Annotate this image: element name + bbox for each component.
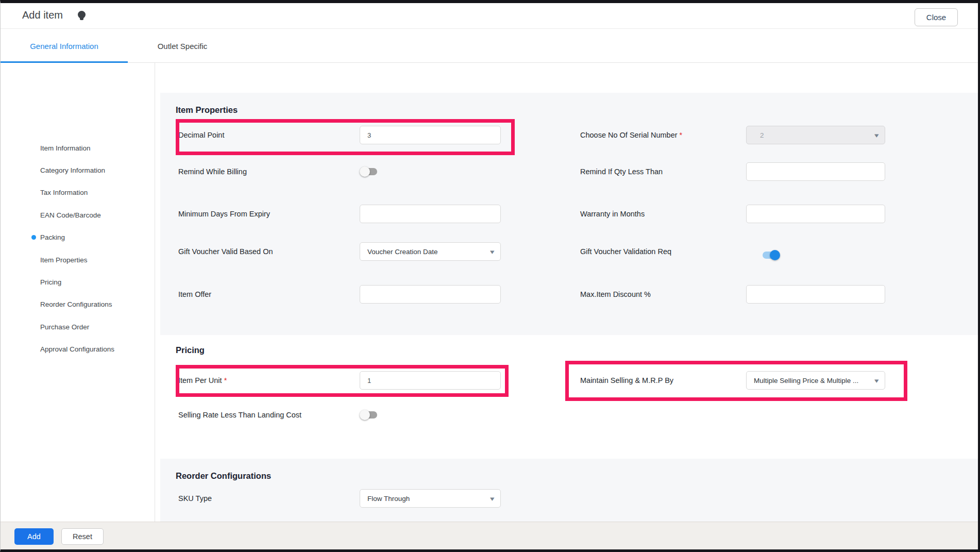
gift-voucher-validation-label: Gift Voucher Validation Req	[580, 247, 671, 256]
sidebar-item-pricing[interactable]: Pricing	[40, 277, 61, 288]
reorder-configurations-section	[160, 459, 978, 522]
reset-button[interactable]: Reset	[61, 528, 104, 545]
close-button[interactable]: Close	[915, 8, 958, 26]
tab-outlet-specific[interactable]: Outlet Specific	[128, 29, 237, 63]
decimal-point-input[interactable]	[360, 126, 501, 144]
window-header: Add item Close	[1, 3, 978, 29]
serial-number-label: Choose No Of Serial Number *	[580, 130, 682, 140]
remind-if-qty-label: Remind If Qty Less Than	[580, 167, 663, 176]
item-per-unit-label: Item Per Unit *	[178, 376, 227, 385]
pricing-heading: Pricing	[176, 345, 205, 355]
selling-rate-less-toggle[interactable]	[360, 410, 378, 420]
selling-rate-less-label: Selling Rate Less Than Landing Cost	[178, 410, 301, 420]
tab-bar: General Information Outlet Specific	[1, 29, 978, 63]
sidebar-item-ean-code-barcode[interactable]: EAN Code/Barcode	[40, 210, 101, 221]
chevron-down-icon: ▾	[874, 377, 878, 384]
chevron-down-icon: ▾	[874, 132, 878, 139]
sidebar-item-packing[interactable]: Packing	[40, 232, 65, 243]
item-properties-heading: Item Properties	[176, 105, 238, 115]
required-asterisk: *	[680, 131, 683, 139]
warranty-months-label: Warranty in Months	[580, 209, 645, 219]
sku-type-label: SKU Type	[178, 494, 212, 503]
toggle-knob	[360, 166, 370, 177]
gift-voucher-valid-select[interactable]: Voucher Creation Date ▾	[360, 242, 501, 261]
lightbulb-icon[interactable]	[78, 11, 86, 19]
item-per-unit-input[interactable]	[360, 371, 501, 390]
minimum-days-expiry-label: Minimum Days From Expiry	[178, 209, 270, 219]
maintain-selling-select[interactable]: Multiple Selling Price & Multiple ... ▾	[746, 371, 885, 390]
minimum-days-expiry-input[interactable]	[360, 205, 501, 223]
footer-action-bar: Add Reset	[1, 522, 978, 549]
toggle-knob	[770, 250, 780, 260]
chevron-down-icon: ▾	[490, 248, 494, 255]
sidebar-item-category-information[interactable]: Category Information	[40, 165, 105, 176]
sku-type-select[interactable]: Flow Through ▾	[360, 489, 501, 508]
warranty-months-input[interactable]	[746, 205, 885, 223]
sidebar-item-item-properties[interactable]: Item Properties	[40, 255, 88, 265]
reorder-configurations-heading: Reorder Configurations	[176, 471, 271, 481]
gift-voucher-valid-label: Gift Voucher Valid Based On	[178, 247, 273, 256]
remind-if-qty-input[interactable]	[746, 162, 885, 181]
item-offer-label: Item Offer	[178, 290, 211, 299]
remind-while-billing-label: Remind While Billing	[178, 167, 247, 176]
max-item-discount-input[interactable]	[746, 285, 885, 304]
required-asterisk: *	[224, 376, 227, 384]
decimal-point-label: Decimal Point	[178, 130, 224, 140]
item-offer-input[interactable]	[360, 285, 501, 304]
sidebar-item-item-information[interactable]: Item Information	[40, 143, 91, 154]
section-nav-sidebar: Item Information Category Information Ta…	[1, 63, 155, 522]
tab-general-information[interactable]: General Information	[1, 29, 128, 63]
page-title: Add item	[22, 9, 63, 21]
sidebar-item-tax-information[interactable]: Tax Information	[40, 188, 88, 198]
sidebar-item-approval-configurations[interactable]: Approval Configurations	[40, 344, 114, 355]
maintain-selling-label: Maintain Selling & M.R.P By	[580, 376, 673, 385]
remind-while-billing-toggle[interactable]	[360, 166, 378, 177]
add-button[interactable]: Add	[14, 528, 54, 545]
max-item-discount-label: Max.Item Discount %	[580, 290, 651, 299]
chevron-down-icon: ▾	[490, 495, 494, 502]
active-item-dot-icon	[31, 235, 36, 240]
serial-number-select[interactable]: 2 ▾	[746, 126, 885, 144]
gift-voucher-validation-toggle[interactable]	[762, 250, 780, 260]
sidebar-item-purchase-order[interactable]: Purchase Order	[40, 322, 89, 332]
toggle-knob	[360, 410, 370, 420]
sidebar-item-reorder-configurations[interactable]: Reorder Configurations	[40, 299, 112, 310]
add-item-window: Add item Close General Information Outle…	[0, 0, 980, 552]
